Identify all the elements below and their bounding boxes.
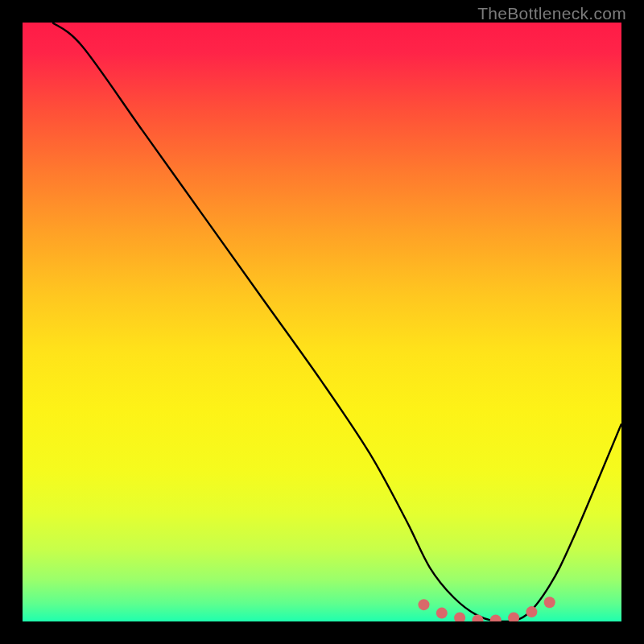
plot-area xyxy=(23,23,621,621)
gradient-background xyxy=(23,23,621,621)
chart-container: TheBottleneck.com xyxy=(0,0,644,644)
watermark: TheBottleneck.com xyxy=(477,4,626,23)
